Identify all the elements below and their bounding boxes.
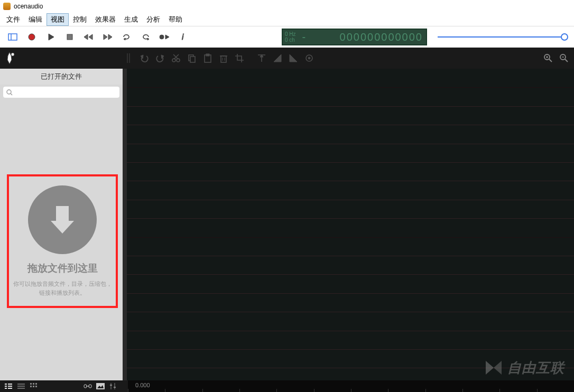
rewind-button[interactable] [81, 30, 96, 44]
edit-toolbar [0, 48, 574, 69]
svg-rect-59 [33, 383, 34, 385]
svg-marker-9 [124, 38, 125, 40]
image-icon[interactable] [94, 381, 107, 391]
status-bar: 0.000 [0, 380, 574, 392]
delete-icon[interactable] [217, 51, 230, 65]
cut-icon[interactable] [169, 51, 183, 65]
time-counter: 0 Hz 0 ch - 000000000000 [282, 29, 427, 45]
view-list-icon[interactable] [2, 381, 15, 391]
menu-effects[interactable]: 效果器 [91, 13, 120, 26]
link-icon[interactable] [81, 381, 94, 391]
svg-marker-3 [49, 34, 54, 40]
menu-analyze[interactable]: 分析 [142, 13, 164, 26]
menu-help[interactable]: 帮助 [164, 13, 187, 26]
menu-bar: 文件 编辑 视图 控制 效果器 生成 分析 帮助 [0, 13, 574, 26]
svg-rect-53 [5, 388, 7, 389]
svg-point-11 [160, 35, 164, 39]
svg-rect-52 [8, 386, 12, 387]
counter-dash: - [302, 31, 306, 43]
svg-marker-6 [89, 34, 92, 40]
effect-icon[interactable] [302, 51, 316, 65]
transport-toolbar: i 0 Hz 0 ch - 000000000000 [0, 26, 574, 48]
zoom-in-icon[interactable] [541, 51, 555, 65]
svg-rect-0 [8, 34, 17, 40]
svg-rect-26 [206, 54, 209, 56]
svg-rect-47 [56, 206, 69, 221]
svg-rect-60 [35, 383, 37, 385]
svg-marker-34 [274, 54, 281, 62]
volume-slider[interactable] [438, 36, 564, 38]
play-button[interactable] [43, 30, 58, 44]
svg-rect-61 [30, 386, 32, 387]
sidebar-header: 已打开的文件 [0, 69, 123, 85]
fade-in-icon[interactable] [271, 51, 284, 65]
timeline-scroll[interactable]: 0.000 [128, 380, 574, 392]
svg-point-45 [7, 90, 11, 94]
view-lines-icon[interactable] [15, 381, 27, 391]
svg-rect-54 [8, 388, 12, 389]
app-title: ocenaudio [14, 3, 43, 10]
svg-text:i: i [182, 33, 184, 41]
fade-out-icon[interactable] [286, 51, 300, 65]
svg-rect-27 [221, 56, 226, 62]
redo-icon[interactable] [153, 51, 167, 65]
svg-rect-67 [96, 383, 105, 389]
svg-marker-48 [51, 221, 74, 234]
stop-button[interactable] [62, 30, 77, 44]
svg-line-39 [549, 59, 552, 62]
dropzone-title: 拖放文件到这里 [27, 262, 98, 275]
svg-marker-7 [104, 34, 107, 40]
sidebar-search[interactable] [3, 87, 119, 98]
forward-button[interactable] [100, 30, 115, 44]
paste-icon[interactable] [201, 51, 215, 65]
svg-rect-58 [30, 383, 32, 385]
status-time: 0.000 [130, 382, 155, 388]
svg-rect-71 [110, 385, 112, 386]
divider-icon [122, 51, 135, 65]
svg-point-2 [29, 34, 35, 40]
dropzone-desc: 你可以拖放音频文件，目录，压缩包，链接和播放列表。 [12, 279, 113, 297]
svg-marker-35 [290, 54, 297, 62]
svg-marker-10 [147, 38, 149, 40]
counter-digits: 000000000000 [340, 31, 423, 43]
zoom-out-icon[interactable] [557, 51, 571, 65]
record-region-button[interactable] [158, 30, 172, 44]
svg-rect-62 [33, 386, 34, 387]
settings-sliders-icon[interactable] [107, 381, 119, 391]
svg-rect-49 [5, 384, 7, 385]
svg-line-43 [565, 59, 568, 62]
sidebar: 已打开的文件 拖放文件到这里 你可以拖放音频文件，目录，压缩包，链接和播放列表。 [0, 69, 127, 380]
title-bar: ocenaudio [0, 0, 574, 13]
view-grid-icon[interactable] [27, 381, 40, 391]
svg-point-14 [11, 53, 14, 56]
svg-marker-8 [108, 34, 112, 40]
menu-edit[interactable]: 编辑 [24, 13, 47, 26]
svg-rect-72 [114, 387, 116, 388]
search-input[interactable] [15, 89, 116, 96]
main-content: 已打开的文件 拖放文件到这里 你可以拖放音频文件，目录，压缩包，链接和播放列表。 [0, 69, 574, 380]
menu-generate[interactable]: 生成 [120, 13, 142, 26]
svg-rect-24 [190, 57, 195, 62]
info-button[interactable]: i [177, 30, 191, 44]
copy-icon[interactable] [185, 51, 199, 65]
svg-line-46 [11, 94, 12, 95]
record-button[interactable] [24, 30, 39, 44]
drop-zone[interactable]: 拖放文件到这里 你可以拖放音频文件，目录，压缩包，链接和播放列表。 [7, 174, 118, 308]
waveform-area[interactable] [127, 69, 574, 380]
normalize-icon[interactable] [255, 51, 269, 65]
svg-rect-63 [35, 386, 37, 387]
menu-view[interactable]: 视图 [47, 13, 69, 26]
ocenaudio-logo-icon [2, 50, 18, 66]
counter-hz: 0 Hz [285, 31, 296, 37]
loop-region-button[interactable] [138, 30, 153, 44]
menu-control[interactable]: 控制 [69, 13, 91, 26]
counter-ch: 0 ch [285, 37, 296, 43]
svg-rect-51 [5, 386, 7, 387]
undo-icon[interactable] [137, 51, 151, 65]
crop-icon[interactable] [233, 51, 246, 65]
svg-marker-5 [84, 34, 88, 40]
loop-button[interactable] [119, 30, 134, 44]
sidebar-toggle-icon[interactable] [5, 30, 20, 44]
menu-file[interactable]: 文件 [2, 13, 24, 26]
drop-arrow-icon [28, 185, 97, 254]
